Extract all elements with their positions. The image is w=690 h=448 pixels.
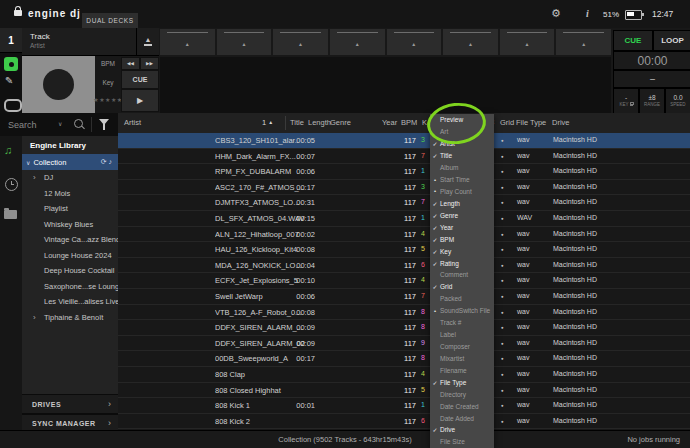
settings-gear-icon[interactable]: ⚙ xyxy=(551,7,561,20)
collection-action-icons[interactable]: ⟳♪ xyxy=(101,158,118,166)
hot-cue-pad-1[interactable]: ▲ xyxy=(160,29,215,55)
loop-mode-icon[interactable] xyxy=(4,99,22,112)
drives-section[interactable]: DRIVES › xyxy=(22,394,118,414)
header-length[interactable]: Length xyxy=(308,118,331,127)
menu-item[interactable]: Filename xyxy=(430,364,494,376)
cue-button[interactable]: CUE xyxy=(613,30,653,51)
header-artist[interactable]: Artist xyxy=(124,118,141,127)
sidebar-item-collection[interactable]: ∨ Collection ⟳♪ xyxy=(22,154,118,170)
menu-item[interactable]: • Start Time xyxy=(430,174,494,186)
search-input[interactable] xyxy=(6,116,58,134)
track-row[interactable]: 808 Kick 2 117 6 ● wav Macintosh HD xyxy=(118,414,690,430)
header-bpm[interactable]: BPM xyxy=(401,118,417,127)
sidebar-playlist-item[interactable]: 12 Mois xyxy=(22,186,118,202)
tab-dual-decks[interactable]: DUAL DECKS xyxy=(82,13,138,28)
menu-item[interactable]: Label xyxy=(430,329,494,341)
track-info[interactable]: Track Artist xyxy=(22,28,137,56)
menu-item[interactable]: ✓ Rating xyxy=(430,257,494,269)
music-library-icon[interactable]: ♫ xyxy=(4,144,12,156)
menu-item[interactable]: • Play Count xyxy=(430,186,494,198)
track-row[interactable]: MDA_126_NOKICK_LO... 00:04 117 6 ● wav M… xyxy=(118,258,690,274)
track-row[interactable]: CBS3_120_SH101_alar.. 00:05 117 3 ● wav … xyxy=(118,133,690,149)
sidebar-playlist-item[interactable]: Whiskey Blues xyxy=(22,217,118,233)
hot-cue-mode-icon[interactable] xyxy=(4,57,18,71)
menu-item[interactable]: Composer xyxy=(430,341,494,353)
menu-item[interactable]: Track # xyxy=(430,317,494,329)
menu-item[interactable]: ✓ Year xyxy=(430,221,494,233)
info-icon[interactable]: i xyxy=(586,8,589,19)
header-year[interactable]: Year xyxy=(382,118,397,127)
menu-item[interactable]: Directory xyxy=(430,388,494,400)
key-lock-box[interactable]: - KEY xyxy=(613,88,639,114)
sidebar-playlist-item[interactable]: Lounge House 2024 xyxy=(22,248,118,264)
menu-item[interactable]: File Size xyxy=(430,436,494,448)
menu-item[interactable]: ✓ Key xyxy=(430,245,494,257)
track-row[interactable]: HHM_Dark_Alarm_FX... 00:07 117 7 ● wav M… xyxy=(118,149,690,165)
sidebar-playlist-item[interactable]: Vintage Ca...azz Blends xyxy=(22,232,118,248)
track-row[interactable]: ALN_122_Hihatloop_007 00:02 117 4 ● wav … xyxy=(118,227,690,243)
sidebar-playlist-item[interactable]: Les Vieille...alises Live xyxy=(22,294,118,310)
sidebar-playlist-item[interactable]: Deep House Cocktail xyxy=(22,263,118,279)
track-row[interactable]: HAU_126_Kickloop_Kit4 00:08 117 5 ● wav … xyxy=(118,242,690,258)
track-row[interactable]: 00DB_Sweepworld_A 00:17 117 8 ● wav Maci… xyxy=(118,351,690,367)
hot-cue-pad-4[interactable]: ▲ xyxy=(330,29,385,55)
menu-item[interactable]: Date Added xyxy=(430,412,494,424)
range-box[interactable]: ±8 RANGE xyxy=(639,88,665,114)
track-row[interactable]: Swell JetWarp 00:06 117 7 ● wav Macintos… xyxy=(118,289,690,305)
skip-back-button[interactable]: ◀◀ xyxy=(121,57,140,70)
track-row[interactable]: VTB_126_A-F_Robot_0... 00:08 117 8 ● wav… xyxy=(118,305,690,321)
sidebar-playlist-item[interactable]: Saxophone...se Lounge xyxy=(22,279,118,295)
track-row[interactable]: DJMTFX3_ATMOS_LO... 00:31 117 7 ● wav Ma… xyxy=(118,195,690,211)
sort-indicator[interactable]: 1 ▲ xyxy=(262,118,273,127)
hot-cue-pad-8[interactable]: ▲ xyxy=(556,29,611,55)
menu-item[interactable]: Mixartist xyxy=(430,352,494,364)
eject-button[interactable]: ▲ xyxy=(137,28,159,56)
track-row[interactable]: 808 Kick 1 00:01 117 1 ● wav Macintosh H… xyxy=(118,398,690,414)
header-grid[interactable]: Grid xyxy=(500,118,514,127)
header-file-type[interactable]: File Type xyxy=(516,118,546,127)
menu-item[interactable]: Comment xyxy=(430,269,494,281)
sidebar-playlist-item[interactable]: Playlist xyxy=(22,201,118,217)
files-folder-icon[interactable] xyxy=(4,210,17,219)
sidebar-playlist-item[interactable]: › Tiphaine & Benoît xyxy=(22,310,118,326)
cue-transport-button[interactable]: CUE xyxy=(121,70,159,89)
hot-cue-pad-7[interactable]: ▲ xyxy=(500,29,555,55)
track-row[interactable]: ECFX_Jet_Explosions_5 00:10 117 4 ● wav … xyxy=(118,273,690,289)
header-genre[interactable]: Genre xyxy=(330,118,351,127)
edit-pencil-icon[interactable]: ✎ xyxy=(5,75,13,86)
filter-funnel-icon[interactable] xyxy=(99,119,109,125)
menu-item[interactable]: Date Created xyxy=(430,400,494,412)
search-icon[interactable] xyxy=(74,119,83,128)
menu-item[interactable]: ✓ File Type xyxy=(430,376,494,388)
play-button[interactable]: ▶ xyxy=(121,89,159,112)
header-drive[interactable]: Drive xyxy=(552,118,570,127)
menu-item[interactable]: ✓ Length xyxy=(430,197,494,209)
hot-cue-pad-6[interactable]: ▲ xyxy=(443,29,498,55)
speed-box[interactable]: 0.0 SPEED xyxy=(665,88,690,114)
menu-item[interactable]: ✓ Drive xyxy=(430,424,494,436)
hot-cue-pad-2[interactable]: ▲ xyxy=(217,29,272,55)
hot-cue-pad-5[interactable]: ▲ xyxy=(387,29,442,55)
skip-forward-button[interactable]: ▶▶ xyxy=(140,57,159,70)
hot-cue-pad-3[interactable]: ▲ xyxy=(273,29,328,55)
track-row[interactable]: 808 Closed Highhat 117 5 ● wav Macintosh… xyxy=(118,383,690,399)
loop-button[interactable]: LOOP xyxy=(653,30,690,51)
track-row[interactable]: RPM_FX_DUBALARM 00:06 117 1 ● wav Macint… xyxy=(118,164,690,180)
menu-item[interactable]: Packed xyxy=(430,293,494,305)
menu-item[interactable]: Album xyxy=(430,162,494,174)
menu-item[interactable]: ✓ Grid xyxy=(430,281,494,293)
sidebar-playlist-item[interactable]: › DJ xyxy=(22,170,118,186)
chevron-down-icon[interactable]: ∨ xyxy=(58,120,62,127)
deck-number-badge[interactable]: 1 xyxy=(0,28,22,53)
track-row[interactable]: DDFX_SIREN_ALARM_02 00:09 117 9 ● wav Ma… xyxy=(118,336,690,352)
track-row[interactable]: DDFX_SIREN_ALARM_... 00:09 117 8 ● wav M… xyxy=(118,320,690,336)
history-clock-icon[interactable] xyxy=(5,178,18,191)
menu-item[interactable]: ✓ BPM xyxy=(430,233,494,245)
menu-item[interactable]: ✓ Genre xyxy=(430,209,494,221)
track-row[interactable]: DL_SFX_ATMOS_04.WAV 00:15 117 1 ● WAV Ma… xyxy=(118,211,690,227)
track-row[interactable]: 808 Clap 117 4 ● wav Macintosh HD xyxy=(118,367,690,383)
menu-item[interactable]: ✓ Title xyxy=(430,150,494,162)
header-title[interactable]: Title xyxy=(290,118,304,127)
track-row[interactable]: ASC2_170_F#_ATMOS_... 00:17 117 3 ● wav … xyxy=(118,180,690,196)
menu-item[interactable]: • SoundSwitch File xyxy=(430,305,494,317)
